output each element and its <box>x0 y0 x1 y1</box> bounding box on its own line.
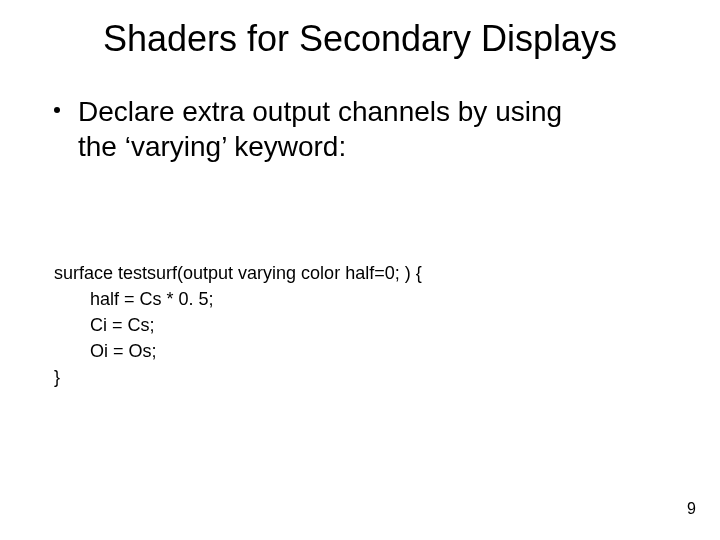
slide-title: Shaders for Secondary Displays <box>0 18 720 60</box>
code-line-2: half = Cs * 0. 5; <box>54 286 422 312</box>
slide: Shaders for Secondary Displays Declare e… <box>0 0 720 540</box>
code-block: surface testsurf(output varying color ha… <box>54 260 422 390</box>
bullet-dot-icon <box>54 107 60 113</box>
code-line-4: Oi = Os; <box>54 338 422 364</box>
bullet-line-1: Declare extra output channels by using <box>78 96 562 127</box>
page-number: 9 <box>687 500 696 518</box>
bullet-line-2: the ‘varying’ keyword: <box>78 129 666 164</box>
code-line-1: surface testsurf(output varying color ha… <box>54 260 422 286</box>
code-line-3: Ci = Cs; <box>54 312 422 338</box>
bullet-item: Declare extra output channels by using t… <box>54 92 666 164</box>
code-line-5: } <box>54 364 422 390</box>
